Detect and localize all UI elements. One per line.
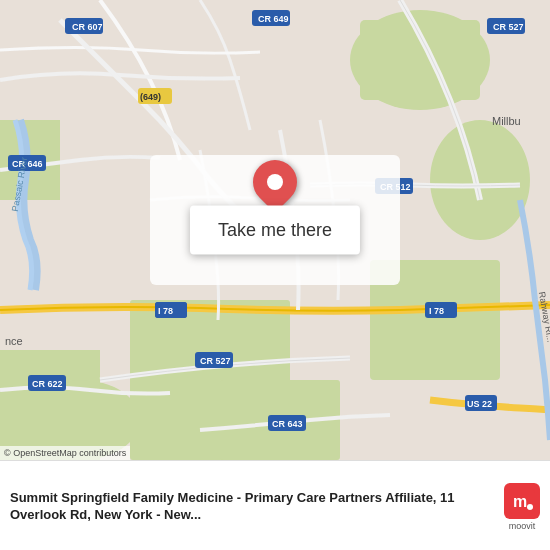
info-bar: Summit Springfield Family Medicine - Pri… bbox=[0, 460, 550, 550]
location-title: Summit Springfield Family Medicine - Pri… bbox=[10, 490, 494, 524]
moovit-icon: m bbox=[504, 483, 540, 519]
take-me-there-button[interactable]: Take me there bbox=[190, 206, 360, 255]
svg-point-41 bbox=[527, 504, 533, 510]
moovit-logo[interactable]: m moovit bbox=[504, 483, 540, 531]
cr607-label: CR 607 bbox=[72, 22, 103, 32]
svg-text:CR 527: CR 527 bbox=[493, 22, 524, 32]
svg-text:I 78: I 78 bbox=[429, 306, 444, 316]
osm-attribution: © OpenStreetMap contributors bbox=[0, 446, 130, 460]
location-info: Summit Springfield Family Medicine - Pri… bbox=[10, 490, 494, 524]
svg-text:I 78: I 78 bbox=[158, 306, 173, 316]
location-pin bbox=[253, 160, 297, 204]
svg-text:nce: nce bbox=[5, 335, 23, 347]
svg-text:CR 643: CR 643 bbox=[272, 419, 303, 429]
svg-text:CR 649: CR 649 bbox=[258, 14, 289, 24]
svg-text:m: m bbox=[513, 493, 527, 510]
svg-text:CR 527: CR 527 bbox=[200, 356, 231, 366]
moovit-label: moovit bbox=[509, 521, 536, 531]
svg-text:Millbu: Millbu bbox=[492, 115, 521, 127]
svg-text:(649): (649) bbox=[140, 92, 161, 102]
svg-point-3 bbox=[430, 120, 530, 240]
svg-text:CR 622: CR 622 bbox=[32, 379, 63, 389]
map-view: CR 607 CR 649 CR 527 CR 646 (649) CR 512… bbox=[0, 0, 550, 460]
svg-text:US 22: US 22 bbox=[467, 399, 492, 409]
